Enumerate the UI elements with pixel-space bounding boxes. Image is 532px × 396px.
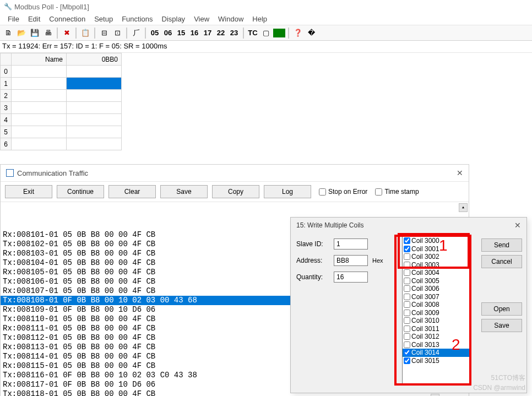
column-name[interactable]: Name — [12, 53, 67, 66]
coil-item[interactable]: Coil 3014 — [403, 349, 471, 357]
row-head-1[interactable]: 1 — [1, 78, 12, 90]
coil-item[interactable]: Coil 3004 — [403, 269, 471, 277]
cancel-button[interactable]: Cancel — [481, 255, 522, 268]
square-icon[interactable] — [260, 27, 272, 39]
close-icon[interactable]: ✕ — [457, 169, 463, 177]
coil-checkbox[interactable] — [404, 349, 410, 356]
menu-file[interactable]: File — [8, 15, 19, 23]
cell[interactable] — [12, 102, 67, 114]
stop-on-error-checkbox[interactable]: Stop on Error — [319, 188, 367, 196]
cell[interactable] — [67, 66, 122, 78]
coil-checkbox[interactable] — [404, 237, 410, 244]
row-head-2[interactable]: 2 — [1, 90, 12, 102]
menu-help[interactable]: Help — [252, 15, 267, 23]
help-icon[interactable] — [292, 27, 304, 39]
coil-item[interactable]: Coil 3001 — [403, 245, 471, 253]
coil-item[interactable]: Coil 3011 — [403, 325, 471, 333]
tc-button[interactable]: TC — [247, 27, 259, 39]
scroll-down-icon[interactable]: ▾ — [431, 394, 439, 396]
close-icon[interactable]: ✕ — [514, 221, 521, 230]
coil-item[interactable]: Coil 3005 — [403, 277, 471, 285]
cell[interactable] — [67, 126, 122, 138]
menu-setup[interactable]: Setup — [94, 15, 113, 23]
menu-window[interactable]: Window — [218, 15, 243, 23]
fc-16-button[interactable]: 16 — [188, 27, 200, 39]
coil-item[interactable]: Coil 3013 — [403, 341, 471, 349]
coil-checkbox[interactable] — [404, 246, 410, 252]
save-button[interactable]: Save — [481, 319, 522, 332]
coil-checkbox[interactable] — [404, 326, 410, 332]
cell[interactable] — [12, 90, 67, 102]
coil-item[interactable]: Coil 3010 — [403, 317, 471, 325]
coil-checkbox[interactable] — [404, 310, 410, 316]
coil-checkbox[interactable] — [404, 285, 410, 292]
coil-checkbox[interactable] — [404, 341, 410, 348]
coil-checkbox[interactable] — [404, 278, 410, 284]
log-button[interactable]: Log — [264, 185, 311, 198]
row-head-0[interactable]: 0 — [1, 66, 12, 78]
coil-item[interactable]: Coil 3015 — [403, 357, 471, 365]
cell[interactable] — [12, 78, 67, 90]
cell[interactable] — [12, 114, 67, 126]
about-icon[interactable] — [305, 27, 317, 39]
cut-icon[interactable] — [61, 27, 73, 39]
coil-checkbox[interactable] — [404, 333, 410, 340]
coil-checkbox[interactable] — [404, 253, 410, 260]
coil-listbox[interactable]: Coil 3000Coil 3001Coil 3002Coil 3003Coil… — [402, 236, 471, 385]
coil-item[interactable]: Coil 3008 — [403, 301, 471, 309]
fc-23-button[interactable]: 23 — [228, 27, 240, 39]
cell[interactable] — [12, 66, 67, 78]
coil-item[interactable]: Coil 3006 — [403, 285, 471, 293]
column-0bb0[interactable]: 0BB0 — [67, 53, 122, 66]
coil-item[interactable]: Coil 3012 — [403, 333, 471, 341]
cell[interactable] — [12, 138, 67, 150]
coil-item[interactable]: Coil 3003 — [403, 261, 471, 269]
pulse-icon[interactable] — [130, 27, 142, 39]
cell[interactable] — [12, 126, 67, 138]
save-button[interactable]: Save — [160, 185, 208, 198]
fc-22-button[interactable]: 22 — [215, 27, 227, 39]
dash-icon[interactable] — [98, 27, 110, 39]
open-button[interactable]: Open — [481, 302, 522, 316]
menu-view[interactable]: View — [194, 15, 209, 23]
cell[interactable] — [67, 102, 122, 114]
quantity-input[interactable] — [334, 272, 368, 283]
coil-checkbox[interactable] — [404, 317, 410, 324]
paste-icon[interactable] — [79, 27, 91, 39]
address-input[interactable] — [334, 255, 368, 266]
copy-button[interactable]: Copy — [212, 185, 259, 198]
coil-item[interactable]: Coil 3007 — [403, 293, 471, 301]
time-stamp-checkbox[interactable]: Time stamp — [375, 188, 419, 196]
fc-15-button[interactable]: 15 — [175, 27, 187, 39]
row-head-6[interactable]: 6 — [1, 138, 12, 150]
menu-display[interactable]: Display — [162, 15, 186, 23]
fc-17-button[interactable]: 17 — [202, 27, 214, 39]
coil-checkbox[interactable] — [404, 269, 410, 276]
open-icon[interactable] — [15, 27, 28, 39]
cell[interactable] — [67, 114, 122, 126]
continue-button[interactable]: Continue — [57, 185, 104, 198]
exit-button[interactable]: Exit — [5, 185, 52, 198]
coil-item[interactable]: Coil 3002 — [403, 253, 471, 261]
coil-checkbox[interactable] — [404, 262, 410, 268]
dash2-icon[interactable] — [111, 27, 123, 39]
coil-checkbox[interactable] — [404, 294, 410, 300]
new-icon[interactable] — [2, 27, 14, 39]
clear-button[interactable]: Clear — [108, 185, 156, 198]
row-head-4[interactable]: 4 — [1, 114, 12, 126]
send-button[interactable]: Send — [481, 238, 522, 252]
fc-05-button[interactable]: 05 — [149, 27, 161, 39]
menu-edit[interactable]: Edit — [28, 15, 40, 23]
row-head-3[interactable]: 3 — [1, 102, 12, 114]
menu-connection[interactable]: Connection — [49, 15, 85, 23]
coil-checkbox[interactable] — [404, 357, 410, 364]
coil-item[interactable]: Coil 3000 — [403, 237, 471, 245]
menu-functions[interactable]: Functions — [122, 15, 153, 23]
coil-checkbox[interactable] — [404, 301, 410, 308]
row-head-5[interactable]: 5 — [1, 126, 12, 138]
print-icon[interactable] — [42, 27, 54, 39]
cell[interactable] — [67, 138, 122, 150]
coil-item[interactable]: Coil 3009 — [403, 309, 471, 317]
slave-id-input[interactable] — [334, 238, 368, 249]
fc-06-button[interactable]: 06 — [162, 27, 174, 39]
